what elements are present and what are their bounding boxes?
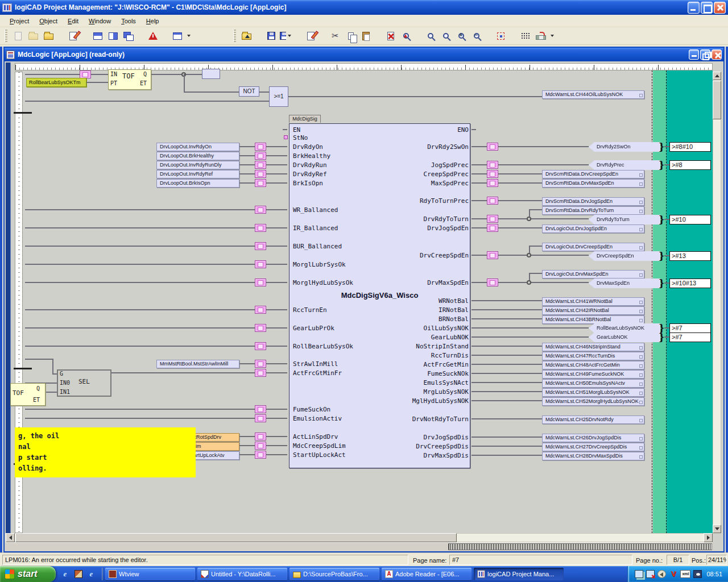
taskbar-button-explorer[interactable]: D:\SourceProBas\Fro... bbox=[289, 568, 379, 580]
connector[interactable] bbox=[255, 161, 266, 169]
var-label[interactable]: MdcWarnLst.CH46NStripInStand bbox=[542, 343, 644, 351]
connector[interactable] bbox=[255, 360, 266, 368]
connector[interactable] bbox=[255, 442, 266, 450]
volume-icon[interactable] bbox=[657, 570, 666, 578]
output-label[interactable]: MdcWarnLst.CH44OilLubSysNOK bbox=[542, 90, 644, 99]
var-label[interactable]: MdcWarnLst.CH52MorglHydLubSysNOK bbox=[542, 397, 644, 406]
var-label[interactable]: MdcWarnLst.CH41WRNotBal bbox=[542, 297, 644, 306]
connector[interactable] bbox=[255, 433, 266, 440]
connector[interactable] bbox=[255, 278, 266, 286]
connector[interactable] bbox=[255, 451, 266, 459]
output-flag[interactable]: DrvRdyToTurn bbox=[589, 215, 660, 225]
connector[interactable] bbox=[255, 152, 266, 160]
var-label[interactable]: MdcWarnLst.CH49FumeSuckNOK bbox=[542, 370, 644, 379]
page-ref-value[interactable]: >#7 bbox=[669, 332, 711, 342]
connector[interactable] bbox=[487, 224, 498, 232]
var-label[interactable]: DrvLogicOut.DrvCreepSpdEn bbox=[542, 243, 644, 251]
page-ref-value[interactable]: >#10#13 bbox=[669, 278, 711, 288]
network-icon[interactable] bbox=[635, 570, 643, 578]
connector[interactable] bbox=[255, 260, 266, 268]
internet-explorer-icon[interactable]: e bbox=[60, 569, 70, 579]
antivirus-icon[interactable]: V bbox=[669, 570, 677, 578]
var-label[interactable]: MdcWarnLst.CH47RccTurnDis bbox=[542, 352, 644, 360]
taskbar-button-wtview[interactable]: Wtview bbox=[105, 568, 195, 580]
connector[interactable] bbox=[487, 251, 498, 259]
page-ref-value[interactable]: >#7 bbox=[669, 323, 711, 333]
var-label[interactable]: MdcWarnLst.CH28DrvMaxSpdDis bbox=[542, 452, 644, 460]
output-flag[interactable]: DrvRdyPrec bbox=[589, 160, 660, 170]
var-label[interactable]: MdcWarnLst.CH51MorglLubSysNOK bbox=[542, 388, 644, 397]
connector[interactable] bbox=[255, 414, 266, 422]
connector[interactable] bbox=[255, 179, 266, 187]
connector[interactable] bbox=[255, 324, 266, 332]
xml-tool-icon[interactable]: xml bbox=[680, 570, 690, 578]
taskbar-button-logicad[interactable]: logiCAD Project Mana... bbox=[474, 568, 564, 580]
paint-app-icon[interactable] bbox=[73, 569, 83, 579]
var-label[interactable]: DrvScmRtData.DrvRdyToTurn bbox=[542, 206, 644, 215]
connector[interactable] bbox=[487, 143, 498, 151]
connector[interactable] bbox=[487, 170, 498, 178]
fb-tab[interactable]: MdcDigSig bbox=[289, 115, 321, 123]
taskbar-button-untitled[interactable]: Untitled - Y:\DataRolli... bbox=[197, 568, 287, 580]
output-flag[interactable]: GearLubNOK bbox=[589, 332, 660, 342]
var-label[interactable]: DrvScmRtData.DrvMaxSpdEn bbox=[542, 179, 644, 188]
connector[interactable] bbox=[255, 206, 266, 214]
var-label[interactable]: DrvScmRtData.DrvJogSpdEn bbox=[542, 197, 644, 206]
taskbar-button-adobe[interactable]: A Adobe Reader - [E06... bbox=[382, 568, 471, 580]
viewer-icon[interactable] bbox=[693, 570, 702, 578]
var-label[interactable]: DrvLogicOut.DrvJogSpdEn bbox=[542, 225, 644, 233]
var-label[interactable]: DrvLoopOut.InvRdyOn bbox=[156, 143, 239, 151]
var-label[interactable]: MdcWarnLst.CH48ActFrcGetMin bbox=[542, 361, 644, 369]
empty-box[interactable] bbox=[202, 69, 220, 79]
output-flag[interactable]: DrvCreepSpdEn bbox=[589, 251, 660, 261]
connector[interactable] bbox=[487, 215, 498, 223]
connector[interactable] bbox=[255, 242, 266, 250]
connector[interactable] bbox=[255, 369, 266, 377]
var-label[interactable]: DrvLoopOut.InvRdyRunDly bbox=[156, 161, 239, 169]
internet-explorer-icon-2[interactable]: e bbox=[86, 569, 96, 579]
output-flag[interactable]: RollBearLubSysNOK bbox=[589, 323, 660, 333]
connector[interactable] bbox=[255, 143, 266, 151]
var-label[interactable]: MdcWarnLst.CH50EmulsSysNActv bbox=[542, 379, 644, 388]
connector[interactable] bbox=[487, 197, 498, 205]
connector[interactable] bbox=[255, 306, 266, 314]
var-label[interactable]: MdcWarnLst.CH27DrvCreepSpdDis bbox=[542, 443, 644, 451]
page-ref-value[interactable]: >#13 bbox=[669, 251, 711, 261]
var-label[interactable]: MdcWarnLst.CH42IRNotBal bbox=[542, 306, 644, 315]
var-label[interactable]: DrvLogicOut.DrvMaxSpdEn bbox=[542, 270, 644, 278]
not-gate[interactable]: NOT bbox=[239, 86, 259, 97]
page-ref-value[interactable]: >#8#10 bbox=[669, 142, 711, 152]
network-disconnected-icon[interactable] bbox=[646, 570, 655, 578]
page-ref-value[interactable]: >#10 bbox=[669, 215, 711, 225]
var-label[interactable]: MdcWarnLst.CH26DrvJogSpdDis bbox=[542, 434, 644, 442]
contact-label[interactable]: RollBearLubSysOKTm bbox=[26, 78, 86, 87]
var-label[interactable]: MdcWarnLst.CH43BRNotBal bbox=[542, 315, 644, 324]
scroll-right-button[interactable] bbox=[704, 533, 713, 542]
start-button[interactable]: start bbox=[0, 566, 56, 582]
connector[interactable] bbox=[487, 278, 498, 286]
diagram-canvas[interactable]: RollBearLubSysOKTm IN PT Q ET TOF NOT >=… bbox=[0, 0, 728, 582]
vertical-scroll-thumb[interactable] bbox=[713, 81, 721, 119]
vertical-scrollbar[interactable] bbox=[713, 72, 721, 533]
scroll-down-button[interactable] bbox=[713, 525, 721, 533]
connector[interactable] bbox=[255, 170, 266, 178]
var-label[interactable]: DrvLoopOut.InvRdyRef bbox=[156, 170, 239, 178]
var-label[interactable]: DrvLoopOut.BrkIsOpn bbox=[156, 179, 239, 188]
horizontal-scroll-thumb[interactable] bbox=[15, 533, 457, 542]
connector[interactable] bbox=[487, 161, 498, 169]
or-gate[interactable]: >=1 bbox=[269, 86, 288, 107]
page-ref-value[interactable]: >#8 bbox=[669, 160, 711, 170]
page-index-ticks[interactable] bbox=[448, 543, 712, 550]
var-label[interactable]: MdcWarnLst.CH25DrvNotRdy bbox=[542, 415, 644, 424]
connector[interactable] bbox=[255, 224, 266, 232]
connector[interactable] bbox=[255, 342, 266, 350]
var-label[interactable]: MmMstRtBool.MstStrAwlInMill bbox=[156, 360, 239, 368]
var-label[interactable]: DrvScmRtData.DrvCreepSpdEn bbox=[542, 170, 644, 178]
comment-note[interactable]: g, the oil nal p start olling. bbox=[15, 427, 196, 477]
connector[interactable] bbox=[80, 70, 91, 78]
connector[interactable] bbox=[487, 179, 498, 187]
scroll-up-button[interactable] bbox=[713, 72, 721, 80]
connector[interactable] bbox=[255, 405, 266, 413]
output-flag[interactable]: DrvMaxSpdEn bbox=[589, 278, 660, 288]
output-flag[interactable]: DrvRdy2SwOn bbox=[589, 142, 660, 152]
